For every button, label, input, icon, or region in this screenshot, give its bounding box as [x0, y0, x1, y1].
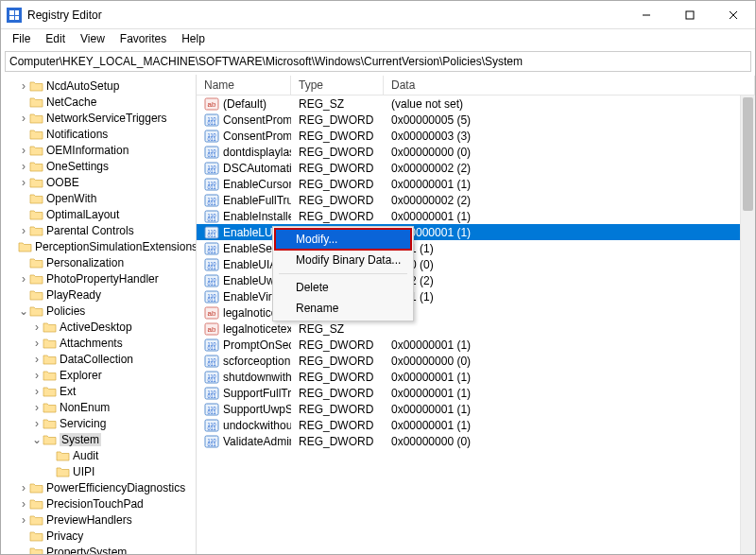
tree-item[interactable]: ›NcdAutoSetup	[1, 78, 196, 94]
ctx-rename[interactable]: Rename	[275, 298, 411, 319]
menu-edit[interactable]: Edit	[38, 30, 73, 47]
tree-item[interactable]: ›Parental Controls	[1, 222, 196, 238]
folder-icon	[43, 337, 57, 349]
tree-item[interactable]: ›OneSettings	[1, 158, 196, 174]
folder-icon	[29, 481, 43, 494]
chevron-down-icon[interactable]: ⌄	[31, 434, 43, 445]
tree-item[interactable]: ›NetworkServiceTriggers	[1, 110, 196, 126]
col-name[interactable]: Name	[197, 76, 291, 95]
chevron-right-icon[interactable]: ›	[31, 386, 43, 397]
chevron-right-icon[interactable]: ›	[18, 145, 29, 156]
minimize-button[interactable]	[625, 1, 668, 29]
tree-pane[interactable]: ›NcdAutoSetup NetCache›NetworkServiceTri…	[1, 75, 197, 554]
tree-item[interactable]: UIPI	[1, 463, 196, 479]
value-row[interactable]: shutdownwitho...REG_DWORD0x00000001 (1)	[197, 369, 755, 385]
tree-item[interactable]: ›Ext	[1, 383, 196, 399]
tree-item[interactable]: Audit	[1, 447, 196, 463]
chevron-right-icon[interactable]: ›	[18, 80, 29, 92]
tree-item[interactable]: PlayReady	[1, 286, 196, 303]
list-scrollbar[interactable]	[740, 95, 755, 554]
tree-item[interactable]: ›OEMInformation	[1, 142, 196, 158]
value-row[interactable]: legalnoticetextREG_SZ	[197, 321, 755, 337]
tree-item[interactable]: ›PrecisionTouchPad	[1, 495, 196, 512]
chevron-right-icon[interactable]: ›	[31, 354, 43, 365]
tree-item[interactable]: Privacy	[1, 528, 196, 544]
titlebar[interactable]: Registry Editor	[1, 1, 755, 29]
value-row[interactable]: EnableCursorSu...REG_DWORD0x00000001 (1)	[197, 176, 755, 192]
tree-item[interactable]: NetCache	[1, 94, 196, 110]
tree-item[interactable]: OpenWith	[1, 190, 196, 206]
menu-favorites[interactable]: Favorites	[112, 30, 174, 47]
value-row[interactable]: ConsentPromt...REG_DWORD0x00000003 (3)	[197, 128, 755, 144]
tree-item[interactable]: ›Explorer	[1, 367, 196, 383]
folder-icon	[29, 288, 43, 301]
dword-value-icon	[204, 273, 219, 288]
chevron-right-icon[interactable]: ›	[18, 113, 29, 124]
tree-item[interactable]: PropertySystem	[1, 544, 196, 554]
tree-item[interactable]: ›PreviewHandlers	[1, 512, 196, 528]
ctx-delete[interactable]: Delete	[275, 277, 411, 298]
folder-icon	[29, 208, 43, 220]
chevron-right-icon[interactable]: ›	[31, 402, 43, 413]
value-row[interactable]: (Default)REG_SZ(value not set)	[197, 95, 755, 112]
folder-icon	[29, 513, 43, 526]
col-type[interactable]: Type	[291, 76, 384, 95]
tree-item[interactable]: ⌄Policies	[1, 303, 196, 319]
tree-item-label: OEMInformation	[46, 144, 129, 157]
chevron-right-icon[interactable]: ›	[18, 161, 29, 172]
chevron-right-icon[interactable]: ›	[18, 514, 29, 526]
chevron-right-icon[interactable]: ›	[18, 273, 29, 285]
value-row[interactable]: ValidateAdminC...REG_DWORD0x00000000 (0)	[197, 433, 755, 449]
maximize-button[interactable]	[668, 1, 712, 29]
value-data: 0x00000002 (2)	[384, 194, 755, 207]
menu-help[interactable]: Help	[174, 30, 213, 47]
chevron-right-icon[interactable]: ›	[18, 225, 29, 236]
value-row[interactable]: scforceoptionREG_DWORD0x00000000 (0)	[197, 353, 755, 369]
chevron-right-icon[interactable]: ›	[31, 418, 43, 429]
tree-item[interactable]: ›DataCollection	[1, 351, 196, 367]
tree-item[interactable]: PerceptionSimulationExtensions	[1, 238, 196, 254]
value-row[interactable]: PromptOnSecur...REG_DWORD0x00000001 (1)	[197, 337, 755, 353]
tree-item[interactable]: ›NonEnum	[1, 399, 196, 415]
close-button[interactable]	[712, 1, 755, 29]
tree-item[interactable]: ›PowerEfficiencyDiagnostics	[1, 479, 196, 495]
value-type: REG_DWORD	[291, 113, 384, 127]
scroll-thumb[interactable]	[743, 97, 753, 211]
value-row[interactable]: SupportFullTrust...REG_DWORD0x00000001 (…	[197, 385, 755, 401]
chevron-right-icon[interactable]: ›	[18, 177, 29, 188]
tree-item[interactable]: ›PhotoPropertyHandler	[1, 270, 196, 286]
value-type: REG_DWORD	[291, 162, 384, 175]
dword-value-icon	[204, 241, 219, 256]
chevron-right-icon[interactable]: ›	[31, 338, 43, 349]
value-row[interactable]: ConsentPromt...REG_DWORD0x00000005 (5)	[197, 112, 755, 128]
tree-item[interactable]: ›OOBE	[1, 174, 196, 190]
value-row[interactable]: EnableFullTrustS...REG_DWORD0x00000002 (…	[197, 192, 755, 208]
tree-item[interactable]: ›Servicing	[1, 415, 196, 431]
menu-view[interactable]: View	[73, 30, 112, 47]
value-row[interactable]: undockwithoutl...REG_DWORD0x00000001 (1)	[197, 417, 755, 433]
ctx-modify[interactable]: Modify...	[275, 229, 411, 250]
menu-file[interactable]: File	[5, 30, 38, 47]
chevron-right-icon[interactable]: ›	[18, 482, 29, 494]
tree-item[interactable]: ›Attachments	[1, 335, 196, 351]
chevron-right-icon[interactable]: ›	[31, 370, 43, 381]
col-data[interactable]: Data	[384, 76, 755, 95]
tree-item[interactable]: ›ActiveDesktop	[1, 319, 196, 335]
value-name: undockwithoutl...	[223, 419, 291, 432]
tree-item[interactable]: Personalization	[1, 254, 196, 270]
value-row[interactable]: EnableInstallerD...REG_DWORD0x00000001 (…	[197, 208, 755, 224]
chevron-right-icon[interactable]: ›	[31, 321, 43, 333]
tree-item[interactable]: ⌄System	[1, 431, 196, 447]
value-row[interactable]: DSCAutomation...REG_DWORD0x00000002 (2)	[197, 160, 755, 176]
value-row[interactable]: dontdisplaylastu...REG_DWORD0x00000000 (…	[197, 144, 755, 160]
tree-item[interactable]: Notifications	[1, 126, 196, 142]
chevron-down-icon[interactable]: ⌄	[18, 305, 29, 317]
value-row[interactable]: SupportUwpStar...REG_DWORD0x00000001 (1)	[197, 401, 755, 417]
folder-icon	[29, 128, 43, 140]
ctx-modify-binary[interactable]: Modify Binary Data...	[275, 250, 411, 270]
values-pane[interactable]: Name Type Data (Default)REG_SZ(value not…	[197, 75, 755, 554]
chevron-right-icon[interactable]: ›	[18, 498, 29, 510]
tree-item[interactable]: OptimalLayout	[1, 206, 196, 222]
address-bar[interactable]: Computer\HKEY_LOCAL_MACHINE\SOFTWARE\Mic…	[5, 51, 751, 72]
string-value-icon	[204, 305, 219, 321]
